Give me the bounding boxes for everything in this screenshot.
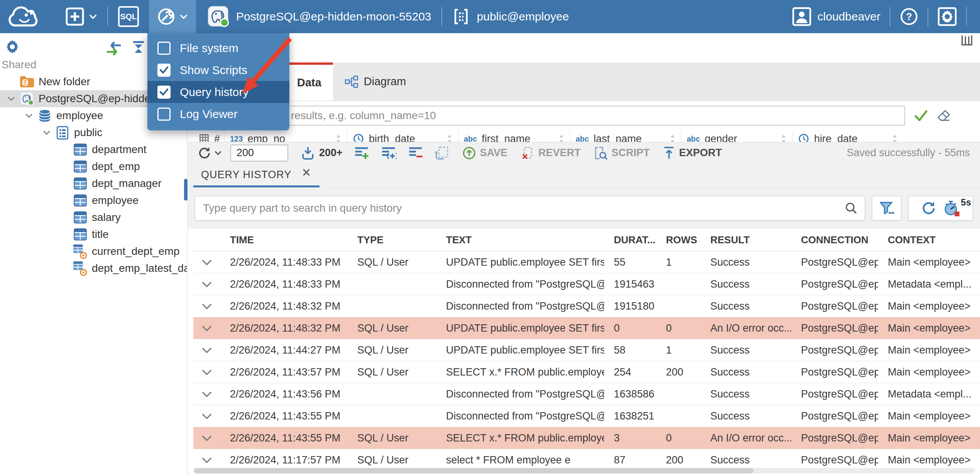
query-history-filter-button[interactable] xyxy=(872,196,901,221)
checkbox[interactable] xyxy=(157,86,171,99)
export-button[interactable]: EXPORT xyxy=(663,146,722,160)
grid-column-last_name[interactable]: abclast_name xyxy=(570,130,681,142)
tree-item-salary[interactable]: salary xyxy=(0,209,187,226)
row-limit-input[interactable] xyxy=(230,145,288,162)
cell-duration: 55 xyxy=(604,256,656,268)
menu-item-show-scripts[interactable]: Show Scripts xyxy=(147,59,289,81)
history-column-header[interactable]: DURAT... xyxy=(604,234,656,246)
collapse-all-icon[interactable] xyxy=(131,40,146,55)
auto-refresh-timer-icon[interactable] xyxy=(943,200,961,216)
script-button[interactable]: SCRIPT xyxy=(594,146,650,160)
tree-item-dept-emp[interactable]: dept_emp xyxy=(0,158,187,175)
history-row[interactable]: 2/26/2024, 11:48:33 PMSQL / UserUPDATE p… xyxy=(193,251,980,273)
revert-button[interactable]: REVERT xyxy=(520,146,581,160)
sort-icon[interactable] xyxy=(335,134,341,142)
grid-column-emp_no[interactable]: 123emp_no xyxy=(224,130,347,142)
chevron-down-icon[interactable] xyxy=(39,130,54,135)
delete-row-button[interactable] xyxy=(407,146,424,160)
history-column-header[interactable]: TIME xyxy=(220,234,348,246)
history-row[interactable]: 2/26/2024, 11:48:32 PMDisconnected from … xyxy=(193,295,980,317)
connection-selector[interactable]: PostgreSQL@ep-hidden-moon-55203 xyxy=(208,6,431,27)
menu-item-file-system[interactable]: File system xyxy=(147,37,289,59)
sidebar-settings-gear-icon[interactable] xyxy=(4,38,21,55)
row-expand-chevron-icon[interactable] xyxy=(193,325,220,332)
chevron-down-icon[interactable] xyxy=(22,113,36,118)
history-column-header[interactable]: TYPE xyxy=(348,234,436,246)
row-expand-chevron-icon[interactable] xyxy=(193,457,220,463)
query-history-search-input[interactable] xyxy=(202,202,845,215)
history-row[interactable]: 2/26/2024, 11:44:27 PMSQL / UserUPDATE p… xyxy=(193,339,980,361)
menu-item-query-history[interactable]: Query history xyxy=(147,81,289,103)
grid-column-birth_date[interactable]: birth_date xyxy=(347,130,458,142)
tree-item-title[interactable]: title xyxy=(0,226,187,243)
tab-data[interactable]: Data xyxy=(286,62,333,101)
sync-connection-icon[interactable] xyxy=(104,41,123,56)
history-row[interactable]: 2/26/2024, 11:43:57 PMSQL / UserSELECT x… xyxy=(193,361,980,383)
row-expand-chevron-icon[interactable] xyxy=(193,303,220,310)
apply-filter-check-icon[interactable] xyxy=(914,110,928,121)
duplicate-row-button[interactable] xyxy=(380,146,397,160)
row-expand-chevron-icon[interactable] xyxy=(193,391,220,398)
sidebar-resize-handle[interactable] xyxy=(184,179,188,200)
history-column-header[interactable]: RESULT xyxy=(701,234,791,246)
filter-expression-input[interactable] xyxy=(193,106,905,126)
schema-selector[interactable]: public@employee xyxy=(452,8,569,25)
history-row[interactable]: 2/26/2024, 11:43:55 PMDisconnected from … xyxy=(193,405,980,427)
refresh-cell-button[interactable] xyxy=(434,146,449,160)
row-expand-chevron-icon[interactable] xyxy=(193,281,220,288)
history-column-header[interactable]: TEXT xyxy=(436,234,604,246)
tab-query-history[interactable]: QUERY HISTORY ✕ xyxy=(193,163,319,187)
fetch-more-button[interactable]: 200+ xyxy=(301,146,343,160)
sort-icon[interactable] xyxy=(558,134,564,142)
row-expand-chevron-icon[interactable] xyxy=(193,259,220,266)
help-button[interactable]: ? xyxy=(900,7,918,26)
history-row[interactable]: 2/26/2024, 11:43:56 PMDisconnected from … xyxy=(193,383,980,405)
tree-item-dept-emp-latest-date[interactable]: dept_emp_latest_date xyxy=(0,260,187,277)
history-row[interactable]: 2/26/2024, 11:43:55 PMSQL / UserSELECT x… xyxy=(193,427,980,449)
tree-item-dept-manager[interactable]: dept_manager xyxy=(0,175,187,192)
checkbox[interactable] xyxy=(157,42,171,55)
user-menu-button[interactable]: cloudbeaver xyxy=(792,7,880,26)
grid-column-first_name[interactable]: abcfirst_name xyxy=(458,130,570,142)
scrollbar-thumb[interactable] xyxy=(194,468,754,473)
refresh-button[interactable] xyxy=(197,146,222,160)
checkbox[interactable] xyxy=(157,108,171,121)
tools-menu-button[interactable] xyxy=(149,0,196,33)
sort-icon[interactable] xyxy=(892,134,898,142)
sort-icon[interactable] xyxy=(446,134,453,142)
cell-result: An I/O error occ... xyxy=(701,322,791,334)
add-row-button[interactable] xyxy=(353,146,370,160)
tree-item-department[interactable]: department xyxy=(0,141,187,158)
chevron-down-icon[interactable] xyxy=(4,96,19,101)
grid-column-gender[interactable]: abcgender xyxy=(681,130,792,142)
settings-button[interactable] xyxy=(938,7,957,26)
history-row[interactable]: 2/26/2024, 11:48:32 PMSQL / UserUPDATE p… xyxy=(193,317,980,339)
menu-item-log-viewer[interactable]: Log Viewer xyxy=(147,103,289,125)
grid-column-index[interactable]: # xyxy=(193,130,224,142)
refresh-icon[interactable] xyxy=(921,200,937,216)
tab-diagram[interactable]: Diagram xyxy=(333,62,418,101)
new-object-button[interactable] xyxy=(65,7,97,27)
row-expand-chevron-icon[interactable] xyxy=(193,347,220,354)
row-expand-chevron-icon[interactable] xyxy=(193,369,220,376)
row-expand-chevron-icon[interactable] xyxy=(193,413,220,419)
tree-item-employee[interactable]: employee xyxy=(0,192,187,209)
divider xyxy=(890,7,890,26)
columns-panel-icon[interactable] xyxy=(961,34,973,46)
clear-filter-eraser-icon[interactable] xyxy=(937,109,951,122)
history-row[interactable]: 2/26/2024, 11:17:57 PMSQL / Userselect *… xyxy=(193,449,980,467)
sort-icon[interactable] xyxy=(669,134,676,142)
tree-item-current-dept-emp[interactable]: current_dept_emp xyxy=(0,243,187,260)
history-row[interactable]: 2/26/2024, 11:48:33 PMDisconnected from … xyxy=(193,273,980,295)
grid-column-hire_date[interactable]: hire_date xyxy=(792,130,903,142)
history-column-header[interactable]: CONTEXT xyxy=(878,234,980,246)
save-button[interactable]: SAVE xyxy=(462,146,508,160)
close-icon[interactable]: ✕ xyxy=(302,166,312,179)
history-column-header[interactable]: CONNECTION xyxy=(791,234,878,246)
history-column-header[interactable]: ROWS xyxy=(656,234,701,246)
horizontal-scrollbar[interactable] xyxy=(193,468,975,473)
row-expand-chevron-icon[interactable] xyxy=(193,435,220,441)
checkbox[interactable] xyxy=(157,64,171,77)
sql-editor-button[interactable]: SQL xyxy=(118,6,139,27)
sort-icon[interactable] xyxy=(781,134,787,142)
